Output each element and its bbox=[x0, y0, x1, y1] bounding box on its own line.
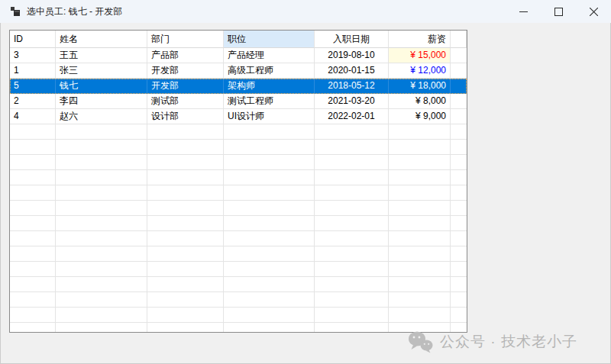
table-row[interactable]: 5钱七开发部架构师2018-05-12¥ 18,000 bbox=[10, 79, 467, 94]
grid-cell[interactable] bbox=[315, 140, 389, 155]
grid-cell[interactable] bbox=[224, 292, 315, 308]
grid-cell[interactable] bbox=[10, 155, 56, 170]
grid-cell[interactable] bbox=[315, 231, 389, 246]
grid-cell[interactable] bbox=[10, 308, 56, 323]
grid-cell[interactable] bbox=[224, 201, 315, 216]
grid-cell[interactable] bbox=[315, 323, 389, 333]
empty-row[interactable] bbox=[10, 124, 467, 140]
grid-cell[interactable] bbox=[315, 246, 389, 262]
empty-row[interactable] bbox=[10, 140, 467, 155]
grid-cell[interactable]: 测试部 bbox=[147, 94, 224, 109]
table-row[interactable]: 4赵六设计部UI设计师2022-02-01¥ 9,000 bbox=[10, 109, 467, 124]
grid-cell[interactable] bbox=[10, 277, 56, 292]
grid-cell[interactable]: 产品经理 bbox=[224, 48, 315, 63]
grid-cell[interactable] bbox=[315, 124, 389, 140]
grid-cell[interactable] bbox=[315, 292, 389, 308]
grid-cell[interactable] bbox=[224, 124, 315, 140]
grid-cell[interactable] bbox=[315, 277, 389, 292]
grid-cell[interactable] bbox=[10, 170, 56, 185]
grid-cell[interactable] bbox=[10, 124, 56, 140]
grid-cell[interactable] bbox=[56, 185, 147, 201]
grid-cell[interactable]: 钱七 bbox=[56, 79, 147, 94]
grid-cell[interactable] bbox=[147, 201, 224, 216]
grid-cell[interactable]: ¥ 9,000 bbox=[389, 109, 451, 124]
grid-cell[interactable] bbox=[56, 216, 147, 231]
grid-cell[interactable] bbox=[389, 124, 451, 140]
empty-row[interactable] bbox=[10, 170, 467, 185]
grid-cell[interactable] bbox=[10, 185, 56, 201]
grid-cell[interactable] bbox=[10, 216, 56, 231]
empty-row[interactable] bbox=[10, 155, 467, 170]
grid-cell[interactable]: 2019-08-10 bbox=[315, 48, 389, 63]
grid-cell[interactable]: 赵六 bbox=[56, 109, 147, 124]
grid-cell[interactable] bbox=[56, 170, 147, 185]
grid-cell[interactable]: 2020-01-15 bbox=[315, 63, 389, 79]
grid-cell[interactable] bbox=[224, 308, 315, 323]
grid-cell[interactable]: 5 bbox=[10, 79, 56, 94]
grid-cell[interactable] bbox=[147, 246, 224, 262]
grid-cell[interactable]: ¥ 15,000 bbox=[389, 48, 451, 63]
grid-cell[interactable] bbox=[224, 246, 315, 262]
grid-cell[interactable] bbox=[147, 185, 224, 201]
grid-cell[interactable] bbox=[56, 231, 147, 246]
empty-row[interactable] bbox=[10, 231, 467, 246]
grid-cell[interactable] bbox=[315, 170, 389, 185]
grid-cell[interactable] bbox=[56, 201, 147, 216]
grid-cell[interactable] bbox=[224, 185, 315, 201]
grid-cell[interactable] bbox=[389, 140, 451, 155]
grid-cell[interactable] bbox=[10, 201, 56, 216]
grid-cell[interactable] bbox=[147, 277, 224, 292]
grid-cell[interactable] bbox=[389, 262, 451, 277]
grid-cell[interactable] bbox=[224, 216, 315, 231]
column-header-3[interactable]: 职位 bbox=[224, 31, 315, 48]
empty-row[interactable] bbox=[10, 185, 467, 201]
grid-cell[interactable] bbox=[389, 155, 451, 170]
grid-cell[interactable]: 2021-03-20 bbox=[315, 94, 389, 109]
grid-cell[interactable] bbox=[224, 155, 315, 170]
grid-cell[interactable] bbox=[56, 140, 147, 155]
grid-cell[interactable] bbox=[56, 262, 147, 277]
grid-cell[interactable] bbox=[10, 292, 56, 308]
grid-cell[interactable]: 张三 bbox=[56, 63, 147, 79]
table-row[interactable]: 3王五产品部产品经理2019-08-10¥ 15,000 bbox=[10, 48, 467, 63]
grid-cell[interactable]: 设计部 bbox=[147, 109, 224, 124]
grid-cell[interactable] bbox=[315, 262, 389, 277]
table-row[interactable]: 2李四测试部测试工程师2021-03-20¥ 8,000 bbox=[10, 94, 467, 109]
grid-cell[interactable] bbox=[10, 140, 56, 155]
empty-row[interactable] bbox=[10, 246, 467, 262]
grid-cell[interactable] bbox=[224, 140, 315, 155]
grid-cell[interactable] bbox=[56, 155, 147, 170]
grid-cell[interactable]: 2018-05-12 bbox=[315, 79, 389, 94]
maximize-button[interactable] bbox=[541, 0, 576, 23]
grid-cell[interactable] bbox=[389, 292, 451, 308]
grid-cell[interactable] bbox=[224, 231, 315, 246]
grid-cell[interactable] bbox=[147, 140, 224, 155]
empty-row[interactable] bbox=[10, 262, 467, 277]
grid-cell[interactable] bbox=[389, 170, 451, 185]
grid-cell[interactable] bbox=[315, 201, 389, 216]
empty-row[interactable] bbox=[10, 292, 467, 308]
minimize-button[interactable] bbox=[506, 0, 541, 23]
grid-cell[interactable]: 1 bbox=[10, 63, 56, 79]
grid-cell[interactable] bbox=[147, 170, 224, 185]
grid-cell[interactable] bbox=[224, 323, 315, 333]
grid-cell[interactable] bbox=[147, 308, 224, 323]
grid-cell[interactable] bbox=[147, 262, 224, 277]
grid-cell[interactable]: 产品部 bbox=[147, 48, 224, 63]
grid-cell[interactable] bbox=[56, 292, 147, 308]
grid-cell[interactable] bbox=[147, 292, 224, 308]
close-button[interactable] bbox=[576, 0, 611, 23]
grid-cell[interactable] bbox=[224, 277, 315, 292]
grid-cell[interactable] bbox=[56, 246, 147, 262]
grid-cell[interactable] bbox=[10, 323, 56, 333]
grid-cell[interactable] bbox=[389, 231, 451, 246]
grid-cell[interactable]: 4 bbox=[10, 109, 56, 124]
grid-cell[interactable]: UI设计师 bbox=[224, 109, 315, 124]
grid-cell[interactable] bbox=[56, 277, 147, 292]
grid-cell[interactable] bbox=[389, 185, 451, 201]
grid-cell[interactable] bbox=[10, 262, 56, 277]
grid-cell[interactable] bbox=[10, 246, 56, 262]
grid-cell[interactable]: ¥ 12,000 bbox=[389, 63, 451, 79]
grid-cell[interactable] bbox=[389, 277, 451, 292]
grid-cell[interactable] bbox=[389, 216, 451, 231]
